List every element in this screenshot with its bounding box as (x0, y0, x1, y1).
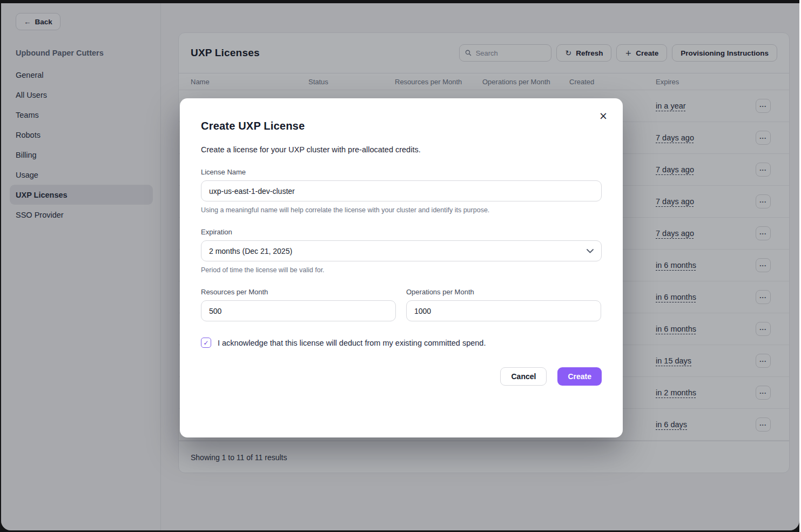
resources-group: Resources per Month (201, 288, 396, 321)
resources-input[interactable] (201, 300, 396, 321)
limits-row: Resources per Month Operations per Month (201, 288, 602, 321)
expiration-select-value[interactable] (201, 240, 602, 261)
operations-input[interactable] (406, 300, 601, 321)
modal-create-button[interactable]: Create (557, 367, 602, 386)
resources-label: Resources per Month (201, 288, 396, 296)
license-name-group: License Name Using a meaningful name wil… (201, 168, 602, 214)
acknowledge-label: I acknowledge that this license will ded… (218, 339, 486, 347)
cancel-button[interactable]: Cancel (500, 367, 547, 386)
modal-description: Create a license for your UXP cluster wi… (201, 145, 602, 154)
license-name-label: License Name (201, 168, 602, 176)
expiration-select[interactable] (201, 240, 602, 261)
acknowledge-checkbox[interactable]: ✓ (201, 338, 211, 348)
close-icon: × (599, 110, 608, 122)
check-icon: ✓ (203, 339, 208, 347)
create-uxp-license-modal: × Create UXP License Create a license fo… (180, 98, 623, 437)
close-button[interactable]: × (596, 108, 611, 123)
operations-group: Operations per Month (406, 288, 601, 321)
expiration-group: Expiration Period of time the license wi… (201, 228, 602, 274)
chevron-down-icon (587, 249, 594, 253)
acknowledge-row: ✓ I acknowledge that this license will d… (201, 338, 602, 348)
expiration-help: Period of time the license will be valid… (201, 266, 602, 274)
modal-title: Create UXP License (201, 120, 602, 132)
license-name-input[interactable] (201, 180, 602, 201)
expiration-label: Expiration (201, 228, 602, 236)
operations-label: Operations per Month (406, 288, 601, 296)
license-name-help: Using a meaningful name will help correl… (201, 206, 602, 214)
modal-actions: Cancel Create (201, 367, 602, 386)
